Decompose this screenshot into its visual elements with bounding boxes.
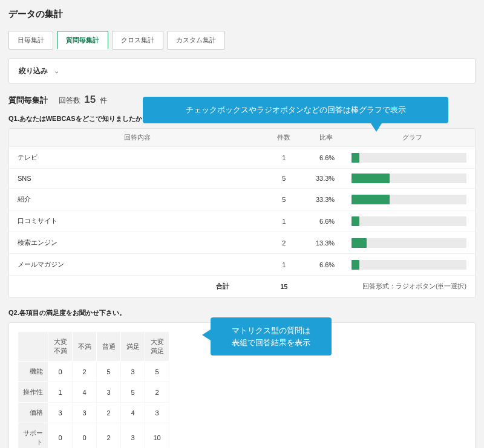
q2-cell: 10: [145, 423, 169, 449]
q1-row-count: 5: [266, 189, 303, 210]
app-container: データの集計 日毎集計 質問毎集計 クロス集計 カスタム集計 絞り込み ⌄ 質問…: [0, 0, 484, 448]
q1-row-label: 紹介: [9, 189, 266, 210]
tab-per-question[interactable]: 質問毎集計: [57, 31, 108, 50]
q2-cell: 2: [73, 362, 97, 382]
q1-row-count: 2: [266, 232, 303, 254]
q2-cell: 0: [48, 362, 73, 382]
q2-col-header: 大変満足: [145, 332, 169, 362]
summary-label: 質問毎集計: [8, 95, 48, 106]
q2-cell: 5: [97, 362, 121, 382]
q1-total-label: 合計: [9, 276, 266, 297]
q1-header-content: 回答内容: [9, 129, 266, 147]
q1-row-ratio: 6.6%: [302, 147, 349, 169]
tabs-bar: 日毎集計 質問毎集計 クロス集計 カスタム集計: [8, 31, 476, 50]
q1-row-graph: [349, 189, 475, 210]
q1-row-count: 5: [266, 169, 303, 189]
callout-tail-icon: [202, 330, 211, 340]
q1-row-label: 検索エンジン: [9, 232, 266, 254]
table-row: 操作性14352: [18, 382, 169, 403]
q2-col-header: 不満: [73, 332, 97, 362]
q1-row-label: 口コミサイト: [9, 210, 266, 232]
response-count: 回答数 15 件: [59, 94, 107, 106]
bar-fill: [352, 174, 390, 183]
table-row: 口コミサイト16.6%: [9, 210, 475, 232]
annotation-matrix-line1: マトリクス型の質問は: [232, 326, 310, 335]
q2-cell: 4: [73, 382, 97, 403]
callout-tail-icon: [371, 123, 382, 132]
bar-track: [352, 260, 466, 270]
q1-row-ratio: 6.6%: [302, 254, 349, 276]
q2-title: Q2.各項目の満足度をお聞かせ下さい。: [8, 308, 476, 317]
q2-cell: 3: [48, 403, 73, 423]
q1-row-count: 1: [266, 147, 303, 169]
q2-cell: 2: [97, 403, 121, 423]
table-row: 価格33243: [18, 403, 169, 423]
q1-format-label: 回答形式：ラジオボタン(単一選択): [349, 276, 475, 297]
q2-cell: 3: [73, 403, 97, 423]
q2-matrix-table: 大変不満不満普通満足大変満足 機能02535操作性14352価格33243サポー…: [18, 331, 169, 448]
q2-row-header: 操作性: [18, 382, 48, 403]
q2-row-header: 機能: [18, 362, 48, 382]
q2-row-header: サポート: [18, 423, 48, 449]
q2-cell: 2: [145, 382, 169, 403]
q2-cell: 0: [73, 423, 97, 449]
count-value: 15: [84, 94, 96, 105]
annotation-bar-chart: チェックボックスやラジオボタンなどの回答は棒グラフで表示: [143, 97, 448, 123]
q1-row-graph: [349, 147, 475, 169]
q1-row-ratio: 13.3%: [302, 232, 349, 254]
q1-row-graph: [349, 210, 475, 232]
q1-row-count: 1: [266, 210, 303, 232]
annotation-matrix: マトリクス型の質問は 表組で回答結果を表示: [211, 317, 332, 355]
filter-toggle[interactable]: 絞り込み ⌄: [8, 58, 476, 84]
q2-col-header: 普通: [97, 332, 121, 362]
table-row: 機能02535: [18, 362, 169, 382]
bar-track: [352, 153, 466, 163]
table-row: 紹介533.3%: [9, 189, 475, 210]
q2-cell: 3: [97, 382, 121, 403]
q1-row-graph: [349, 232, 475, 254]
count-suffix: 件: [100, 96, 107, 105]
page-title: データの集計: [8, 8, 476, 20]
q2-cell: 4: [121, 403, 145, 423]
q1-row-label: メールマガジン: [9, 254, 266, 276]
bar-track: [352, 195, 466, 204]
q2-cell: 5: [145, 362, 169, 382]
q1-row-ratio: 33.3%: [302, 189, 349, 210]
bar-fill: [352, 195, 390, 204]
tab-daily[interactable]: 日毎集計: [8, 31, 53, 50]
q2-corner: [18, 332, 48, 362]
q2-cell: 3: [121, 362, 145, 382]
q2-cell: 2: [97, 423, 121, 449]
q1-table: 回答内容 件数 比率 グラフ テレビ16.6%SNS533.3%紹介533.3%…: [9, 129, 475, 297]
bar-track: [352, 174, 466, 183]
filter-label: 絞り込み: [19, 66, 48, 76]
q1-row-ratio: 33.3%: [302, 169, 349, 189]
q2-col-header: 満足: [121, 332, 145, 362]
annotation-matrix-line2: 表組で回答結果を表示: [232, 338, 310, 347]
chevron-down-icon: ⌄: [54, 67, 59, 75]
tab-custom[interactable]: カスタム集計: [167, 31, 225, 50]
q1-total-row: 合計15回答形式：ラジオボタン(単一選択): [9, 276, 475, 297]
bar-fill: [352, 260, 359, 270]
q1-total-value: 15: [266, 276, 303, 297]
bar-track: [352, 216, 466, 226]
q2-col-header: 大変不満: [48, 332, 73, 362]
q1-header-ratio: 比率: [302, 129, 349, 147]
q1-row-graph: [349, 169, 475, 189]
count-prefix: 回答数: [59, 96, 80, 105]
bar-fill: [352, 238, 367, 248]
q1-row-label: テレビ: [9, 147, 266, 169]
q1-header-graph: グラフ: [349, 129, 475, 147]
table-row: SNS533.3%: [9, 169, 475, 189]
table-row: メールマガジン16.6%: [9, 254, 475, 276]
table-row: テレビ16.6%: [9, 147, 475, 169]
q1-row-label: SNS: [9, 169, 266, 189]
q1-row-ratio: 6.6%: [302, 210, 349, 232]
q2-cell: 0: [48, 423, 73, 449]
bar-track: [352, 238, 466, 248]
tab-cross[interactable]: クロス集計: [112, 31, 163, 50]
q1-header-count: 件数: [266, 129, 303, 147]
bar-fill: [352, 153, 359, 163]
q1-row-count: 1: [266, 254, 303, 276]
bar-fill: [352, 216, 359, 226]
